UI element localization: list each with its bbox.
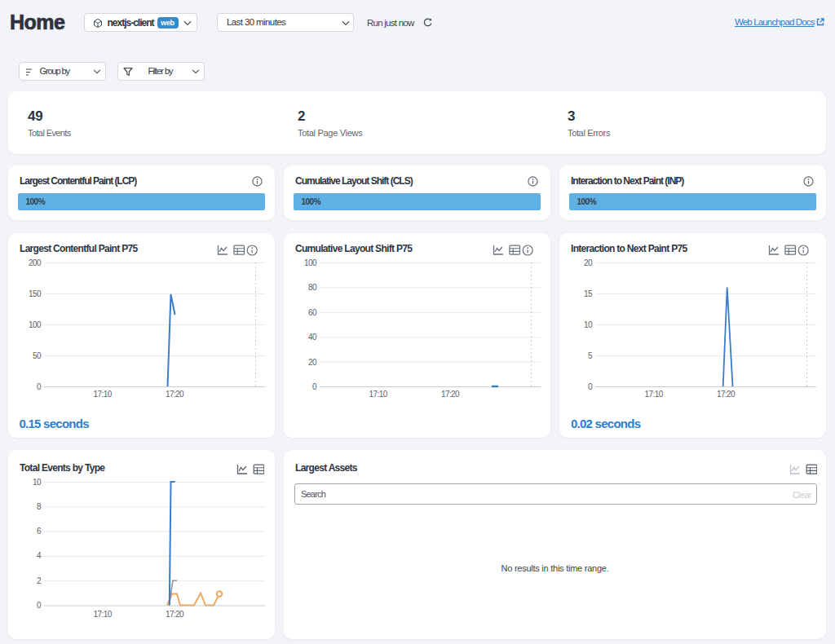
- svg-text:0: 0: [37, 382, 42, 391]
- svg-text:17:20: 17:20: [166, 390, 184, 399]
- svg-text:100: 100: [304, 258, 317, 267]
- svg-text:100: 100: [29, 320, 42, 329]
- svg-text:8: 8: [37, 502, 42, 511]
- svg-text:4: 4: [37, 551, 42, 560]
- svg-text:10: 10: [33, 478, 42, 487]
- svg-text:17:20: 17:20: [166, 610, 184, 619]
- svg-text:0: 0: [37, 601, 42, 610]
- svg-text:0: 0: [312, 382, 317, 391]
- svg-text:17:20: 17:20: [717, 390, 736, 399]
- svg-text:150: 150: [29, 289, 42, 298]
- svg-text:200: 200: [29, 258, 42, 267]
- svg-text:2: 2: [37, 576, 42, 585]
- svg-text:40: 40: [308, 333, 317, 342]
- svg-text:50: 50: [33, 351, 42, 360]
- svg-text:5: 5: [588, 351, 593, 360]
- svg-text:20: 20: [584, 258, 593, 267]
- svg-text:80: 80: [308, 283, 317, 292]
- svg-text:60: 60: [308, 308, 317, 317]
- svg-text:17:10: 17:10: [645, 390, 664, 399]
- svg-text:17:10: 17:10: [369, 390, 388, 399]
- svg-text:10: 10: [584, 320, 593, 329]
- svg-text:15: 15: [584, 289, 593, 298]
- svg-text:6: 6: [37, 527, 42, 536]
- svg-text:20: 20: [308, 358, 317, 367]
- svg-text:17:10: 17:10: [94, 390, 113, 399]
- svg-text:17:20: 17:20: [441, 390, 460, 399]
- svg-text:0: 0: [588, 382, 593, 391]
- svg-text:17:10: 17:10: [94, 610, 113, 619]
